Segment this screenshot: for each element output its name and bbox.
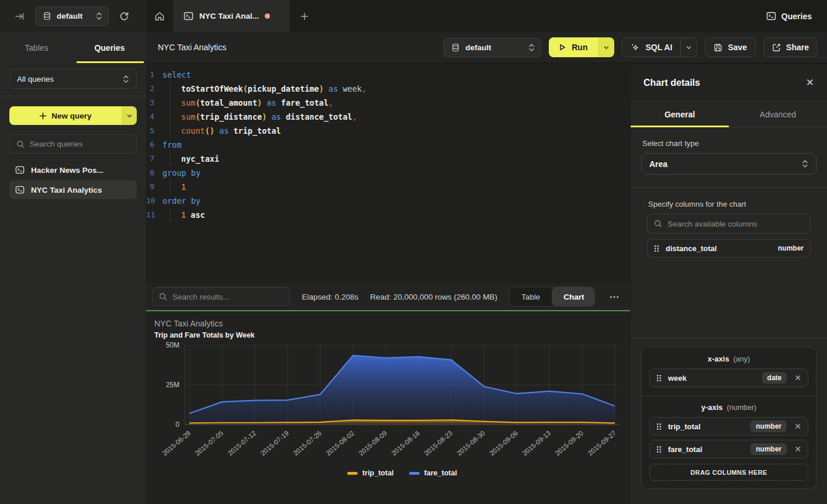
svg-text:2015-09-13: 2015-09-13 [521,429,552,457]
sql-ai-button[interactable]: SQL AI [622,37,697,57]
sql-ai-dropdown[interactable] [680,38,697,57]
svg-text:2015-08-16: 2015-08-16 [390,429,421,457]
new-tab-button[interactable] [290,0,319,32]
run-button-main[interactable]: Run [549,37,598,57]
results-search[interactable] [152,287,290,306]
view-toggle-table[interactable]: Table [510,287,552,306]
legend-swatch-icon [347,472,358,475]
share-icon [772,43,781,52]
legend-item-trip_total[interactable]: trip_total [347,469,393,477]
terminal-icon [15,185,25,194]
column-search-input[interactable] [667,220,804,228]
more-options-icon[interactable]: … [607,289,622,305]
svg-text:2015-07-05: 2015-07-05 [194,429,225,457]
query-search-input[interactable] [30,140,130,148]
sidebar-tabs: Tables Queries [0,32,146,63]
query-list-item-nyc-taxi[interactable]: NYC Taxi Analytics [9,180,137,199]
column-type-badge: number [750,420,787,432]
available-column-distance-total[interactable]: distance_total number [647,239,811,258]
panel-divider [631,338,827,339]
y-axis-column-trip-total[interactable]: trip_total number ✕ [649,417,808,436]
updown-chevrons-icon [96,12,102,20]
axes-divider [642,395,816,396]
new-query-button[interactable]: New query [9,106,137,125]
view-toggle-chart[interactable]: Chart [552,287,595,306]
share-button-label: Share [786,43,809,52]
legend-item-fare_total[interactable]: fare_total [409,469,457,477]
query-list-item-hacker-news[interactable]: Hacker News Pos... [9,161,137,179]
sidebar-divider [0,96,146,96]
y-axis-column-fare-total[interactable]: fare_total number ✕ [649,440,808,458]
x-axis-label: x-axis [708,354,729,363]
results-area-chart[interactable]: 025M50M2015-06-282015-07-052015-07-12201… [154,339,627,469]
sidebar: Tables Queries All queries New query [0,32,146,504]
query-search[interactable] [9,134,137,154]
x-axis-column-week[interactable]: week date ✕ [649,369,808,387]
chart-details-title: Chart details [643,78,806,88]
database-selector[interactable]: default [35,6,109,26]
sql-editor[interactable]: 1select2toStartOfWeek(pickup_datetime) a… [146,63,630,283]
top-bar: default NYC Taxi Anal... [0,0,827,32]
run-database-selector[interactable]: default [444,38,541,57]
tab-advanced[interactable]: Advanced [729,102,827,127]
new-query-dropdown[interactable] [122,106,137,125]
drag-handle-icon[interactable] [656,374,662,382]
sidebar-tab-queries[interactable]: Queries [73,32,146,63]
chart-panel: NYC Taxi Analytics Trip and Fare Totals … [146,311,630,504]
drag-handle-icon[interactable] [656,423,662,430]
remove-column-icon[interactable]: ✕ [794,373,801,383]
read-stat: Read: 20,000,000 rows (260.00 MB) [370,293,497,301]
query-toolbar: NYC Taxi Analytics default Run [146,32,827,63]
sql-ai-main[interactable]: SQL AI [622,38,680,57]
unsaved-dot [265,13,270,19]
svg-text:2015-08-09: 2015-08-09 [358,429,389,457]
sql-editor-lines: 1select2toStartOfWeek(pickup_datetime) a… [146,68,630,222]
queries-button-label: Queries [781,12,812,21]
drag-handle-icon[interactable] [654,245,659,252]
remove-column-icon[interactable]: ✕ [794,444,801,454]
view-toggle: Table Chart [509,287,595,307]
sql-ai-label: SQL AI [645,43,672,52]
svg-text:2015-07-12: 2015-07-12 [227,429,258,457]
queries-button[interactable]: Queries [759,0,827,32]
run-dropdown[interactable] [598,37,614,57]
svg-text:50M: 50M [166,341,179,349]
query-title: NYC Taxi Analytics [158,43,226,52]
share-button[interactable]: Share [763,37,818,57]
tab-general[interactable]: General [631,102,729,127]
new-query-label: New query [51,112,91,120]
results-search-input[interactable] [172,293,283,301]
run-button-label: Run [572,43,587,52]
axes-configuration: x-axis (any) week date ✕ y-axis [641,347,816,489]
panel-divider [631,187,827,188]
column-search[interactable] [647,214,811,234]
svg-text:2015-06-28: 2015-06-28 [161,429,192,457]
home-button[interactable] [146,0,173,32]
home-icon [154,11,165,22]
panel-spacer [641,258,816,325]
refresh-icon[interactable] [116,8,132,25]
query-list: Hacker News Pos... NYC Taxi Analytics [9,161,137,199]
remove-column-icon[interactable]: ✕ [794,422,801,431]
drag-handle-icon[interactable] [656,446,662,453]
updown-chevrons-icon [802,159,808,168]
sidebar-body: All queries New query [0,63,146,199]
new-query-main[interactable]: New query [9,106,122,125]
run-button[interactable]: Run [549,37,614,57]
save-button[interactable]: Save [705,37,756,57]
query-filter-select[interactable]: All queries [9,69,137,89]
chart-type-select[interactable]: Area [641,153,816,175]
sidebar-tab-tables[interactable]: Tables [0,32,73,63]
search-icon [159,293,167,301]
tab-nyc-taxi-analytics[interactable]: NYC Taxi Anal... [173,0,290,32]
elapsed-stat: Elapsed: 0.208s [302,293,358,301]
query-item-label: Hacker News Pos... [31,166,103,175]
top-bar-left: default [0,0,146,32]
results-toolbar: Elapsed: 0.208s Read: 20,000,000 rows (2… [146,283,630,310]
collapse-sidebar-icon[interactable] [12,8,28,25]
svg-text:2015-07-19: 2015-07-19 [259,429,290,457]
drag-columns-dropzone[interactable]: DRAG COLUMNS HERE [649,464,808,481]
close-icon[interactable]: ✕ [806,77,814,89]
updown-chevrons-icon [123,75,129,84]
search-icon [16,140,25,148]
